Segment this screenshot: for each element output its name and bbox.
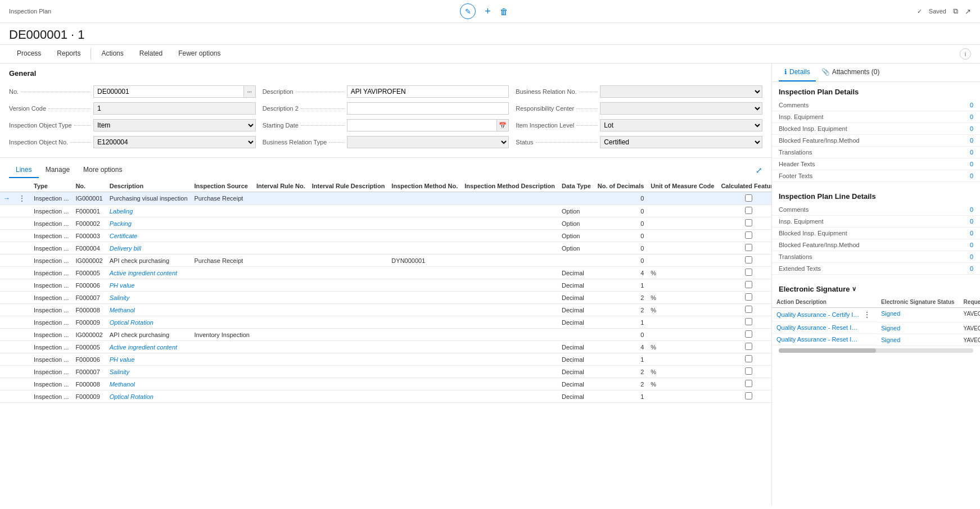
plan-detail-item[interactable]: Blocked Feature/Insp.Method0: [772, 135, 980, 147]
status-select[interactable]: Certified Under Development Released: [600, 136, 762, 148]
calculated-feature-checkbox[interactable]: [745, 343, 752, 350]
add-button[interactable]: +: [485, 6, 491, 17]
business-relation-no-select[interactable]: [600, 85, 762, 98]
cell-calculated-feature: [717, 304, 771, 316]
cell-no-of-decimals: 4: [594, 267, 648, 279]
window-restore-icon[interactable]: ⧉: [953, 7, 958, 16]
tab-process[interactable]: Process: [9, 45, 49, 63]
tab-actions[interactable]: Actions: [93, 45, 131, 63]
tab-lines[interactable]: Lines: [9, 162, 39, 178]
table-row[interactable]: Inspection ... F000005 Active ingredient…: [0, 341, 771, 353]
tab-more-options[interactable]: More options: [76, 162, 129, 178]
table-row[interactable]: Inspection ... F000009 Optical Rotation …: [0, 390, 771, 403]
table-row[interactable]: Inspection ... IG000002 API check purcha…: [0, 329, 771, 341]
tab-fewer-options[interactable]: Fewer options: [170, 45, 228, 63]
right-tab-attachments[interactable]: 📎 Attachments (0): [816, 63, 886, 81]
kebab-button[interactable]: ⋮: [17, 194, 27, 203]
description2-input[interactable]: [347, 102, 509, 115]
calculated-feature-checkbox[interactable]: [745, 318, 752, 325]
plan-detail-item[interactable]: Translations0: [772, 147, 980, 158]
table-row[interactable]: Inspection ... F000001 Labeling Option 0: [0, 205, 771, 217]
cell-kebab: [13, 279, 30, 292]
inspection-object-type-select[interactable]: Item Vendor Customer: [93, 119, 256, 131]
no-input[interactable]: [93, 85, 243, 98]
edit-button[interactable]: ✎: [460, 3, 476, 19]
esig-action-link[interactable]: Quality Assurance - Reset Inspec...: [776, 324, 861, 331]
table-row[interactable]: Inspection ... F000006 PH value Decimal …: [0, 279, 771, 292]
inspection-object-no-select[interactable]: E1200004: [93, 136, 256, 148]
field-responsibility-center: Responsibility Center: [516, 101, 762, 116]
plan-detail-item[interactable]: Footer Texts0: [772, 170, 980, 182]
cell-unit-of-measure: [647, 254, 717, 267]
table-row[interactable]: Inspection ... F000007 Salinity Decimal …: [0, 366, 771, 378]
table-row[interactable]: Inspection ... F000008 Methanol Decimal …: [0, 304, 771, 316]
line-detail-item[interactable]: Comments0: [772, 204, 980, 216]
table-row[interactable]: Inspection ... F000007 Salinity Decimal …: [0, 292, 771, 304]
calendar-button[interactable]: 📅: [496, 119, 509, 131]
plan-detail-item[interactable]: Blocked Insp. Equipment0: [772, 123, 980, 135]
cell-kebab: [13, 329, 30, 341]
esig-status: Signed: [881, 325, 900, 331]
right-tab-details[interactable]: ℹ Details: [779, 63, 816, 81]
table-row[interactable]: → ⋮ Inspection ... IG000001 Purchasing v…: [0, 192, 771, 205]
table-row[interactable]: Inspection ... F000006 PH value Decimal …: [0, 353, 771, 366]
table-row[interactable]: Inspection ... F000005 Active ingredient…: [0, 267, 771, 279]
table-row[interactable]: Inspection ... F000004 Delivery bill Opt…: [0, 242, 771, 254]
cell-arrow: [0, 267, 13, 279]
window-expand-icon[interactable]: ↗: [965, 7, 971, 16]
item-inspection-level-select[interactable]: Lot Order None: [600, 119, 762, 131]
calculated-feature-checkbox[interactable]: [745, 392, 752, 399]
tab-related[interactable]: Related: [132, 45, 170, 63]
esig-scrollbar-thumb[interactable]: [779, 348, 876, 353]
esig-action-link[interactable]: Quality Assurance - Certify Inspe...: [776, 311, 861, 318]
starting-date-input[interactable]: [347, 119, 497, 131]
calculated-feature-checkbox[interactable]: [745, 306, 752, 313]
calculated-feature-checkbox[interactable]: [745, 207, 752, 214]
plan-detail-item[interactable]: Header Texts0: [772, 158, 980, 170]
tab-manage[interactable]: Manage: [39, 162, 76, 178]
business-relation-type-select[interactable]: Vendor Customer: [347, 136, 509, 148]
no-lookup-button[interactable]: ···: [243, 85, 256, 98]
nav-info-icon[interactable]: i: [960, 48, 971, 60]
version-code-input[interactable]: [93, 102, 256, 115]
responsibility-center-select[interactable]: [600, 102, 762, 115]
tab-reports[interactable]: Reports: [49, 45, 88, 63]
line-detail-item[interactable]: Blocked Feature/Insp.Method0: [772, 239, 980, 251]
calculated-feature-checkbox[interactable]: [745, 256, 752, 263]
calculated-feature-checkbox[interactable]: [745, 269, 752, 276]
esig-status: Signed: [881, 337, 900, 343]
calculated-feature-checkbox[interactable]: [745, 367, 752, 375]
calculated-feature-checkbox[interactable]: [745, 330, 752, 338]
calculated-feature-checkbox[interactable]: [745, 380, 752, 387]
plan-detail-item[interactable]: Comments0: [772, 99, 980, 111]
line-detail-item[interactable]: Blocked Insp. Equipment0: [772, 228, 980, 239]
description-input[interactable]: [347, 85, 509, 98]
line-detail-item[interactable]: Extended Texts0: [772, 263, 980, 275]
calculated-feature-checkbox[interactable]: [745, 293, 752, 301]
table-row[interactable]: Inspection ... IG000002 API check purcha…: [0, 254, 771, 267]
calculated-feature-checkbox[interactable]: [745, 244, 752, 251]
cell-inspection-method-no: [388, 279, 461, 292]
table-row[interactable]: Inspection ... F000002 Packing Option 0: [0, 217, 771, 230]
table-row[interactable]: Inspection ... F000008 Methanol Decimal …: [0, 378, 771, 390]
label-inspection-object-type: Inspection Object Type: [9, 122, 93, 129]
table-row[interactable]: Inspection ... F000003 Certificate Optio…: [0, 230, 771, 242]
cell-type: Inspection ...: [30, 192, 72, 205]
line-detail-item[interactable]: Insp. Equipment0: [772, 216, 980, 228]
calculated-feature-checkbox[interactable]: [745, 281, 752, 288]
esig-chevron-icon[interactable]: ∨: [852, 285, 856, 293]
table-row[interactable]: Inspection ... F000009 Optical Rotation …: [0, 316, 771, 329]
line-detail-item[interactable]: Translations0: [772, 251, 980, 263]
calculated-feature-checkbox[interactable]: [745, 194, 752, 202]
esig-kebab-button[interactable]: ⋮: [862, 310, 872, 319]
plan-details-items: Comments0Insp. Equipment0Blocked Insp. E…: [772, 99, 980, 182]
lines-expand-icon[interactable]: ⤢: [756, 166, 762, 175]
calculated-feature-checkbox[interactable]: [745, 231, 752, 239]
cell-kebab: [13, 366, 30, 378]
calculated-feature-checkbox[interactable]: [745, 219, 752, 226]
esig-action-link[interactable]: Quality Assurance - Reset Inspec...: [776, 336, 861, 343]
delete-button[interactable]: 🗑: [500, 7, 508, 16]
plan-detail-item[interactable]: Insp. Equipment0: [772, 111, 980, 123]
calculated-feature-checkbox[interactable]: [745, 355, 752, 362]
cell-inspection-method-desc: [461, 292, 558, 304]
